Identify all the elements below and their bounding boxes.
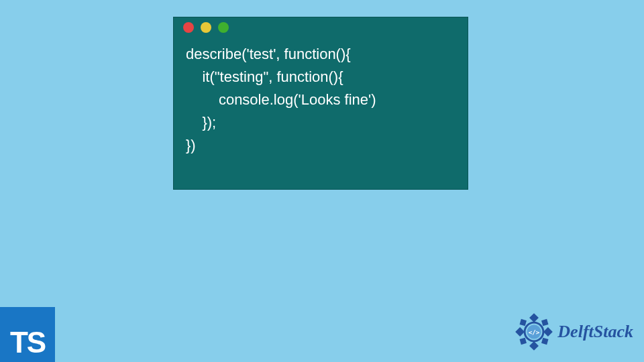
close-icon <box>183 22 194 33</box>
svg-marker-2 <box>516 327 525 337</box>
typescript-badge-text: TS <box>10 326 45 359</box>
code-line: }); <box>186 114 216 131</box>
svg-marker-1 <box>529 341 539 351</box>
code-window: describe('test', function(){ it("testing… <box>173 17 468 190</box>
code-line: describe('test', function(){ <box>186 46 351 62</box>
svg-marker-4 <box>520 319 527 326</box>
code-line: it("testing", function(){ <box>186 68 343 85</box>
code-body: describe('test', function(){ it("testing… <box>174 38 468 168</box>
svg-marker-6 <box>520 338 527 345</box>
svg-marker-3 <box>543 327 553 337</box>
svg-text:</>: </> <box>529 328 540 336</box>
svg-marker-7 <box>541 338 548 345</box>
typescript-badge: TS <box>0 307 55 362</box>
brand-name: DelftStack <box>557 322 633 342</box>
svg-marker-0 <box>529 313 539 322</box>
delftstack-logo-icon: </> <box>515 312 553 351</box>
svg-marker-5 <box>541 319 548 326</box>
minimize-icon <box>201 22 211 33</box>
code-line: console.log('Looks fine') <box>186 91 376 108</box>
window-titlebar <box>174 17 468 38</box>
brand-logo-block: </> DelftStack <box>515 312 633 351</box>
maximize-icon <box>218 22 229 33</box>
code-line: }) <box>186 137 196 154</box>
